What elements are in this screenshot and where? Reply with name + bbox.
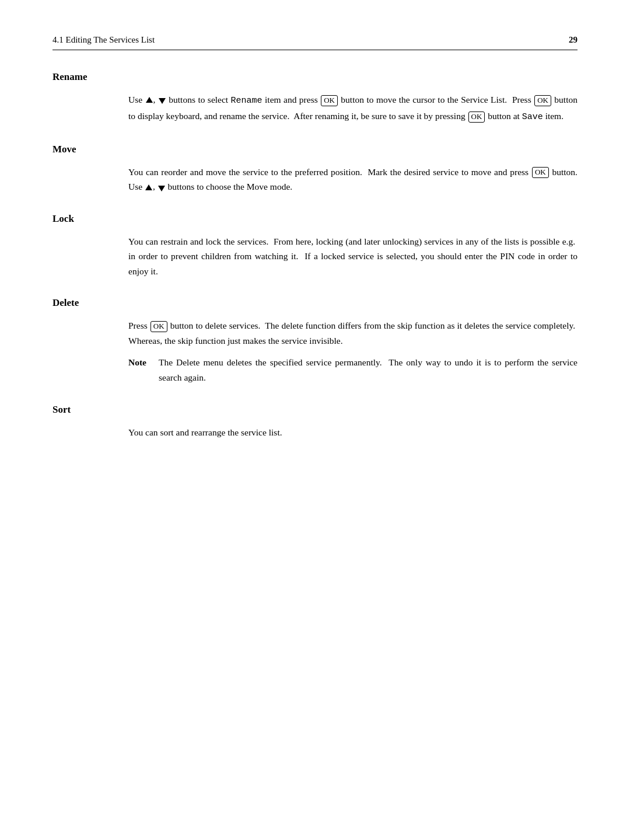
- page-number: 29: [569, 35, 578, 45]
- triangle-up-icon-2: [145, 184, 152, 190]
- rename-label: Rename: [231, 96, 262, 106]
- ok-button-3: OK: [468, 111, 485, 123]
- triangle-down-icon: [159, 98, 166, 104]
- sort-paragraph: You can sort and rearrange the service l…: [128, 425, 578, 440]
- note-text: The Delete menu deletes the specified se…: [159, 355, 578, 385]
- page-header: 4.1 Editing The Services List 29: [52, 35, 578, 50]
- triangle-up-icon: [146, 97, 153, 103]
- move-paragraph: You can reorder and move the service to …: [128, 165, 578, 194]
- section-body-lock: You can restrain and lock the services. …: [52, 234, 578, 279]
- note-label: Note: [128, 355, 159, 370]
- section-title-move: Move: [52, 144, 578, 155]
- section-body-delete: Press OK button to delete services. The …: [52, 318, 578, 385]
- ok-button-1: OK: [321, 95, 338, 106]
- section-sort: Sort You can sort and rearrange the serv…: [52, 404, 578, 440]
- ok-button-2: OK: [534, 95, 551, 106]
- section-body-move: You can reorder and move the service to …: [52, 165, 578, 194]
- header-title: 4.1 Editing The Services List: [52, 35, 155, 45]
- section-title-lock: Lock: [52, 213, 578, 225]
- section-body-sort: You can sort and rearrange the service l…: [52, 425, 578, 440]
- section-title-rename: Rename: [52, 71, 578, 83]
- section-lock: Lock You can restrain and lock the servi…: [52, 213, 578, 279]
- section-move: Move You can reorder and move the servic…: [52, 144, 578, 194]
- section-title-sort: Sort: [52, 404, 578, 416]
- note-block: Note The Delete menu deletes the specifi…: [128, 355, 578, 385]
- lock-paragraph: You can restrain and lock the services. …: [128, 234, 578, 279]
- triangle-down-icon-2: [158, 186, 165, 191]
- save-label: Save: [522, 112, 543, 122]
- delete-paragraph: Press OK button to delete services. The …: [128, 318, 578, 348]
- section-delete: Delete Press OK button to delete service…: [52, 297, 578, 385]
- ok-button-5: OK: [150, 321, 167, 332]
- ok-button-4: OK: [532, 167, 549, 178]
- page: 4.1 Editing The Services List 29 Rename …: [0, 0, 630, 840]
- rename-paragraph: Use , buttons to select Rename item and …: [128, 92, 578, 125]
- section-rename: Rename Use , buttons to select Rename it…: [52, 71, 578, 125]
- section-title-delete: Delete: [52, 297, 578, 309]
- section-body-rename: Use , buttons to select Rename item and …: [52, 92, 578, 125]
